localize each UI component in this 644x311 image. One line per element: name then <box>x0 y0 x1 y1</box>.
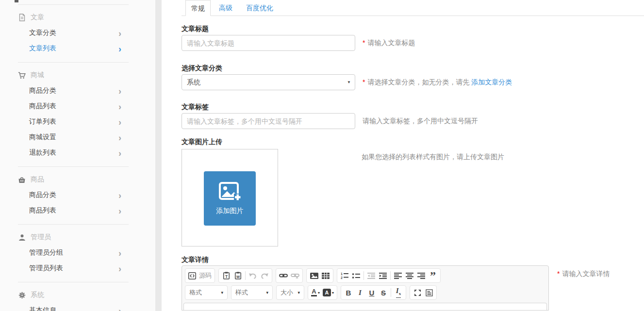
sidebar-header-mall[interactable]: 商城 <box>0 67 155 83</box>
blockquote-button[interactable]: ” <box>427 269 439 282</box>
show-blocks-button[interactable] <box>423 286 435 299</box>
chevron-right-icon: › <box>118 86 121 96</box>
sidebar-divider <box>18 224 129 225</box>
align-center-button[interactable] <box>404 269 415 282</box>
add-image-button[interactable]: 添加图片 <box>204 171 256 226</box>
sidebar-item-admin-list[interactable]: 管理员列表 › <box>0 261 155 276</box>
table-button[interactable] <box>320 269 331 282</box>
background-color-icon: A <box>323 289 331 296</box>
outdent-button[interactable] <box>365 269 377 282</box>
sidebar-item-article-category[interactable]: 文章分类 › <box>0 25 155 41</box>
sidebar: 文章 文章分类 › 文章列表 › 商城 商品分类 › <box>0 0 155 311</box>
svg-text:W: W <box>236 275 240 279</box>
svg-text:2: 2 <box>341 276 343 279</box>
chevron-right-icon: › <box>118 29 121 38</box>
chevron-right-icon: › <box>118 133 121 142</box>
image-button[interactable] <box>308 269 320 282</box>
tab-bar: 常规 高级 百度优化 <box>182 0 644 16</box>
article-image-label: 文章图片上传 <box>182 137 644 147</box>
sidebar-header-admin[interactable]: 管理员 <box>0 229 155 245</box>
sidebar-header-label: 文章 <box>31 13 44 22</box>
paste-text-button[interactable]: T <box>220 269 232 282</box>
undo-button[interactable] <box>247 269 259 282</box>
tab-baidu-seo[interactable]: 百度优化 <box>241 0 279 16</box>
article-content-label: 文章详情 <box>182 255 644 264</box>
article-category-select[interactable]: 系统 <box>182 74 355 90</box>
article-image-row: 添加图片 如果您选择的列表样式有图片，请上传文章图片 <box>182 149 644 246</box>
bulleted-list-button[interactable] <box>350 269 362 282</box>
size-combo-label: 大小 <box>281 288 293 297</box>
sidebar-item-refund-list[interactable]: 退款列表 › <box>0 145 155 161</box>
sidebar-section-article: 文章 文章分类 › 文章列表 › <box>0 10 155 63</box>
source-button[interactable]: 源码 <box>187 269 213 282</box>
article-edit-page: 文章 文章分类 › 文章列表 › 商城 商品分类 › <box>0 0 644 311</box>
sidebar-item-article-list[interactable]: 文章列表 › <box>0 41 155 56</box>
sidebar-item-order-list[interactable]: 订单列表 › <box>0 114 155 130</box>
chevron-down-icon: ▾ <box>297 290 300 295</box>
text-color-button[interactable]: A ▾ <box>310 286 321 299</box>
cut-off-element <box>15 0 18 2</box>
sidebar-item-product-category[interactable]: 商品分类 › <box>0 187 155 203</box>
text-color-icon: A <box>311 289 317 296</box>
sidebar-section-mall: 商城 商品分类 › 商品列表 › 订单列表 › 商城设置 › 退款列表 › <box>0 67 155 167</box>
size-combo[interactable]: 大小 ▾ <box>276 285 304 300</box>
toolbar-group-link <box>276 268 303 283</box>
tab-general[interactable]: 常规 <box>185 0 211 16</box>
editor-toolbar-row-2: 格式 ▾ 样式 ▾ 大小 ▾ A <box>182 283 548 300</box>
sidebar-item-admin-group[interactable]: 管理员分组 › <box>0 245 155 261</box>
source-button-label: 源码 <box>199 271 212 280</box>
remove-format-button[interactable]: Ix <box>393 286 404 299</box>
italic-button[interactable]: I <box>354 286 366 299</box>
user-icon <box>18 233 26 241</box>
sidebar-item-label: 文章分类 <box>29 29 56 37</box>
indent-button[interactable] <box>377 269 389 282</box>
sidebar-item-product-list[interactable]: 商品列表 › <box>0 203 155 218</box>
blockquote-icon: ” <box>430 272 436 279</box>
source-icon <box>188 272 196 279</box>
gear-icon <box>18 291 26 299</box>
background-color-button[interactable]: A ▾ <box>321 286 335 299</box>
numbered-list-button[interactable]: 12 <box>339 269 350 282</box>
sidebar-header-system[interactable]: 系统 <box>0 287 155 303</box>
article-title-input[interactable] <box>182 35 355 51</box>
required-asterisk: * <box>363 78 365 86</box>
chevron-right-icon: › <box>118 117 121 127</box>
article-category-row: 系统 ▼ *请选择文章分类，如无分类，请先 添加文章分类 <box>182 74 644 90</box>
maximize-button[interactable] <box>412 286 423 299</box>
chevron-right-icon: › <box>118 148 121 158</box>
align-left-button[interactable] <box>392 269 404 282</box>
sidebar-item-goods-category[interactable]: 商品分类 › <box>0 83 155 98</box>
redo-button[interactable] <box>259 269 270 282</box>
article-icon <box>18 14 26 21</box>
sidebar-header-article[interactable]: 文章 <box>0 10 155 25</box>
basket-icon <box>18 176 26 183</box>
underline-button[interactable]: U <box>366 286 378 299</box>
sidebar-item-label: 文章列表 <box>29 44 56 53</box>
unlink-button[interactable] <box>289 269 301 282</box>
editor-content-area[interactable] <box>183 303 547 311</box>
toolbar-separator <box>245 271 246 280</box>
sidebar-divider <box>18 4 129 5</box>
sidebar-section-system: 系统 基本信息 › <box>0 287 155 311</box>
sidebar-header-product[interactable]: 商品 <box>0 172 155 187</box>
toolbar-separator <box>390 271 391 280</box>
add-category-link[interactable]: 添加文章分类 <box>471 78 512 86</box>
link-button[interactable] <box>278 269 289 282</box>
bold-button[interactable]: B <box>343 286 354 299</box>
selected-category-value: 系统 <box>187 78 200 87</box>
paste-word-button[interactable]: W <box>232 269 244 282</box>
sidebar-item-mall-settings[interactable]: 商城设置 › <box>0 130 155 145</box>
cart-icon <box>18 71 26 79</box>
sidebar-header-label: 系统 <box>31 291 44 299</box>
strikethrough-button[interactable]: S <box>378 286 389 299</box>
toolbar-separator <box>363 271 364 280</box>
styles-combo[interactable]: 样式 ▾ <box>231 285 273 300</box>
tab-advanced[interactable]: 高级 <box>214 0 238 16</box>
sidebar-item-label: 管理员分组 <box>29 248 63 257</box>
align-right-button[interactable] <box>415 269 427 282</box>
sidebar-item-goods-list[interactable]: 商品列表 › <box>0 98 155 114</box>
sidebar-item-basic-info[interactable]: 基本信息 › <box>0 303 155 311</box>
chevron-right-icon: › <box>118 206 121 215</box>
format-combo[interactable]: 格式 ▾ <box>185 285 228 300</box>
article-tags-input[interactable] <box>182 113 355 129</box>
